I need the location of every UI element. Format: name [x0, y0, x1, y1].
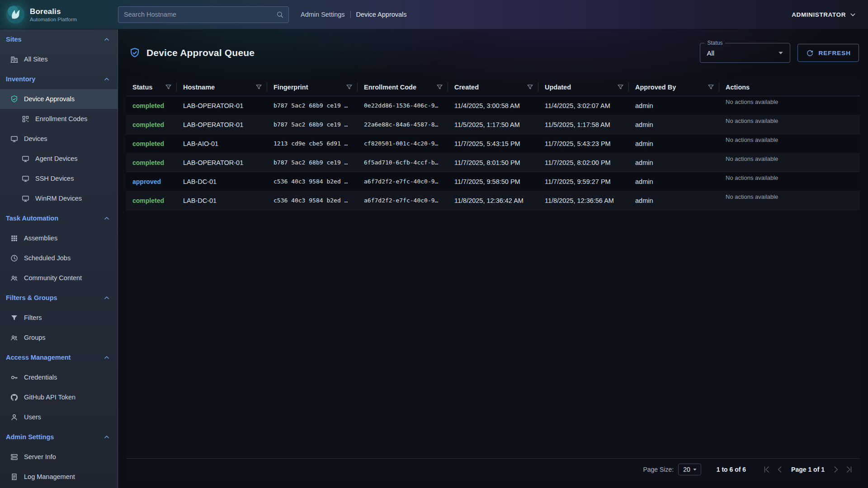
- sidebar-section-access-management[interactable]: Access Management: [0, 347, 118, 367]
- sidebar-section-inventory[interactable]: Inventory: [0, 69, 118, 89]
- column-header-enrollment-code[interactable]: Enrollment Code: [358, 78, 448, 96]
- column-filter-icon[interactable]: [526, 83, 534, 91]
- breadcrumb-divider: [350, 11, 351, 18]
- cell-updated: 11/7/2025, 8:02:00 PM: [538, 153, 629, 172]
- clock-icon: [10, 254, 19, 263]
- person-icon: [10, 413, 19, 422]
- cell-actions: No actions available: [719, 134, 860, 153]
- status-filter-value: All: [707, 49, 776, 57]
- log-icon: [10, 473, 19, 481]
- sidebar-section-filters-groups[interactable]: Filters & Groups: [0, 288, 118, 308]
- column-header-hostname[interactable]: Hostname: [177, 78, 267, 96]
- shield-check-icon: [10, 95, 19, 103]
- column-label: Updated: [545, 84, 571, 91]
- sidebar-section-sites[interactable]: Sites: [0, 29, 118, 49]
- cell-actions: No actions available: [719, 191, 860, 210]
- search-input[interactable]: [124, 11, 276, 18]
- chevron-up-icon: [103, 35, 111, 43]
- column-label: Hostname: [183, 84, 215, 91]
- column-header-approved-by[interactable]: Approved By: [629, 78, 719, 96]
- chevron-up-icon: [103, 433, 111, 441]
- cell-fingerprint: c536 40c3 9584 b2ed …: [267, 172, 358, 191]
- cell-updated: 11/5/2025, 1:17:58 AM: [538, 115, 629, 134]
- user-menu[interactable]: ADMINISTRATOR: [792, 10, 857, 19]
- table-row[interactable]: completedLAB-OPERATOR-01b787 5ac2 68b9 c…: [126, 96, 860, 115]
- sidebar-item-scheduled-jobs[interactable]: Scheduled Jobs: [0, 248, 118, 268]
- sidebar-section-task-automation[interactable]: Task Automation: [0, 208, 118, 228]
- column-header-created[interactable]: Created: [448, 78, 538, 96]
- sidebar-item-filters[interactable]: Filters: [0, 308, 118, 328]
- cell-fingerprint: b787 5ac2 68b9 ce19 …: [267, 115, 358, 134]
- page-title-wrap: Device Approval Queue: [127, 47, 255, 59]
- column-header-updated[interactable]: Updated: [538, 78, 629, 96]
- table-row[interactable]: completedLAB-OPERATOR-01b787 5ac2 68b9 c…: [126, 115, 860, 134]
- sidebar-item-log-management[interactable]: Log Management: [0, 467, 118, 487]
- cell-updated: 11/8/2025, 12:36:56 AM: [538, 191, 629, 210]
- cell-fingerprint: 1213 cd9e cbe5 6d91 …: [267, 134, 358, 153]
- sidebar-item-label: Filters: [24, 314, 42, 321]
- hostname-search[interactable]: [118, 6, 289, 23]
- sidebar-item-community-content[interactable]: Community Content: [0, 268, 118, 288]
- column-filter-icon[interactable]: [345, 83, 353, 91]
- column-filter-icon[interactable]: [436, 83, 443, 91]
- column-header-actions[interactable]: Actions: [719, 78, 860, 96]
- sidebar-item-github-api-token[interactable]: GitHub API Token: [0, 387, 118, 407]
- sidebar-item-agent-devices[interactable]: Agent Devices: [0, 149, 118, 169]
- table-row[interactable]: completedLAB-DC-01c536 40c3 9584 b2ed …a…: [126, 191, 860, 210]
- cell-created: 11/8/2025, 12:36:42 AM: [448, 191, 538, 210]
- chevron-up-icon: [103, 214, 111, 222]
- sidebar-item-device-approvals[interactable]: Device Approvals: [0, 89, 118, 109]
- page-size-select[interactable]: 20: [678, 464, 701, 475]
- github-icon: [10, 393, 19, 402]
- table-pagination: Page Size: 20 1 to 6 of 6 Page 1 of 1: [126, 458, 860, 480]
- next-page-button[interactable]: [831, 465, 841, 474]
- page-size-value: 20: [683, 466, 690, 473]
- table-row[interactable]: approvedLAB-DC-01c536 40c3 9584 b2ed …a6…: [126, 172, 860, 191]
- sidebar-item-assemblies[interactable]: Assemblies: [0, 228, 118, 248]
- breadcrumb-item[interactable]: Admin Settings: [301, 11, 345, 18]
- column-filter-icon[interactable]: [165, 83, 172, 91]
- sidebar-item-enrollment-codes[interactable]: Enrollment Codes: [0, 109, 118, 129]
- sidebar-item-ssh-devices[interactable]: SSH Devices: [0, 169, 118, 188]
- cell-status: completed: [126, 96, 177, 115]
- previous-page-button[interactable]: [775, 465, 785, 474]
- chevron-up-icon: [103, 294, 111, 302]
- page-number-text: Page 1 of 1: [791, 466, 825, 473]
- column-header-status[interactable]: Status: [126, 78, 177, 96]
- column-filter-icon[interactable]: [255, 83, 263, 91]
- breadcrumb-item-current[interactable]: Device Approvals: [356, 11, 407, 18]
- status-filter-select[interactable]: Status All: [700, 43, 790, 63]
- column-label: Approved By: [635, 84, 676, 91]
- column-filter-icon[interactable]: [707, 83, 715, 91]
- table-row[interactable]: completedLAB-OPERATOR-01b787 5ac2 68b9 c…: [126, 153, 860, 172]
- cell-approved_by: admin: [629, 96, 719, 115]
- device-approval-table: StatusHostnameFingerprintEnrollment Code…: [126, 78, 860, 480]
- sidebar-item-label: Community Content: [24, 274, 82, 282]
- refresh-button-label: REFRESH: [818, 50, 851, 56]
- app-subtitle: Automation Platform: [30, 17, 77, 22]
- cell-enrollment_code: a6f7d2f2-e7fc-40c0-9…: [358, 172, 448, 191]
- cell-actions: No actions available: [719, 153, 860, 172]
- sidebar-section-label: Sites: [6, 36, 22, 43]
- sidebar-item-credentials[interactable]: Credentials: [0, 367, 118, 387]
- sidebar-section-admin-settings[interactable]: Admin Settings: [0, 427, 118, 447]
- people-icon: [10, 333, 19, 342]
- status-filter-label: Status: [705, 40, 725, 46]
- sidebar-item-groups[interactable]: Groups: [0, 328, 118, 347]
- sidebar-section-label: Filters & Groups: [6, 294, 57, 301]
- column-filter-icon[interactable]: [617, 83, 624, 91]
- sidebar-item-users[interactable]: Users: [0, 407, 118, 427]
- caret-down-icon: [691, 466, 698, 473]
- cell-fingerprint: b787 5ac2 68b9 ce19 …: [267, 96, 358, 115]
- last-page-button[interactable]: [844, 465, 854, 474]
- sidebar-item-winrm-devices[interactable]: WinRM Devices: [0, 188, 118, 208]
- sidebar-item-all-sites[interactable]: All Sites: [0, 49, 118, 69]
- cell-hostname: LAB-OPERATOR-01: [177, 153, 267, 172]
- sidebar-item-server-info[interactable]: Server Info: [0, 447, 118, 467]
- column-header-fingerprint[interactable]: Fingerprint: [267, 78, 358, 96]
- table-row[interactable]: completedLAB-AIO-011213 cd9e cbe5 6d91 ……: [126, 134, 860, 153]
- refresh-button[interactable]: REFRESH: [797, 44, 859, 62]
- sidebar-item-devices[interactable]: Devices: [0, 129, 118, 149]
- sidebar-nav: SitesAll SitesInventoryDevice ApprovalsE…: [0, 29, 118, 488]
- first-page-button[interactable]: [761, 465, 771, 474]
